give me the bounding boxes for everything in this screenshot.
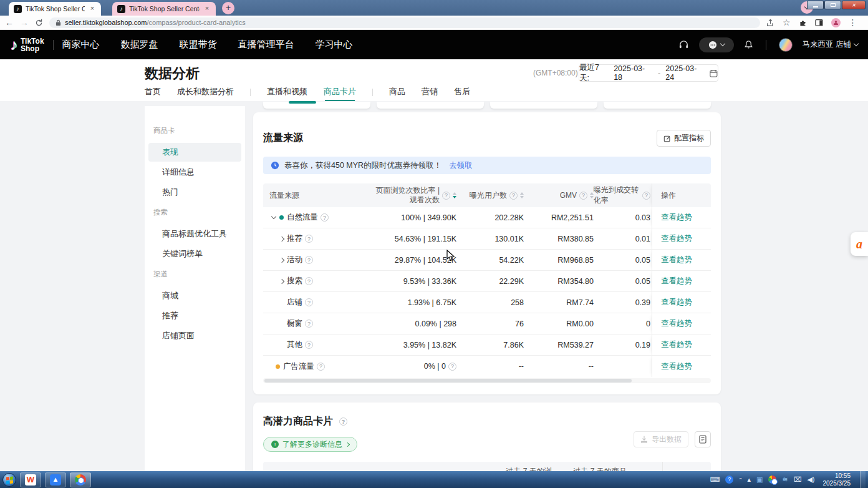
view-trend-link[interactable]: 查看趋势 <box>661 276 692 286</box>
help-icon[interactable] <box>321 213 329 222</box>
chevron-right-icon <box>345 442 350 446</box>
sidebar-item-keyword-ranking[interactable]: 关键词榜单 <box>145 245 245 263</box>
date-range-picker[interactable]: 最近7天: 2025-03-18 - 2025-03-24 <box>579 64 718 82</box>
help-icon[interactable] <box>305 235 313 243</box>
tab-products[interactable]: 商品 <box>389 86 405 101</box>
view-trend-link[interactable]: 查看趋势 <box>661 212 692 223</box>
promo-float-badge[interactable]: a <box>851 232 868 256</box>
reload-button[interactable] <box>35 19 43 27</box>
help-icon[interactable] <box>448 363 456 371</box>
horizontal-scrollbar[interactable] <box>263 378 711 383</box>
table-row-recommend: 推荐 54.63% | 191.15K 130.01K RM380.85 0.0… <box>263 228 711 250</box>
tab-live-video[interactable]: 直播和视频 <box>267 86 307 101</box>
tray-app-icon[interactable]: ▣ <box>756 476 763 484</box>
help-icon[interactable] <box>305 277 313 285</box>
side-panel-icon[interactable] <box>815 19 823 27</box>
tab-home[interactable]: 首页 <box>145 86 161 101</box>
claim-coupon-link[interactable]: 去领取 <box>449 160 473 171</box>
tiktok-shop-logo[interactable]: ♪ TikTokShop <box>10 36 44 54</box>
row-label: 广告流量 <box>283 361 314 372</box>
browser-tab-2[interactable]: TikTok Shop Seller Center | Cr <box>112 2 216 16</box>
tab-product-card[interactable]: 商品卡片 <box>324 86 356 101</box>
sidebar-item-details[interactable]: 详细信息 <box>145 163 245 182</box>
extensions-puzzle-icon[interactable] <box>799 19 807 27</box>
network-icon[interactable]: ⌧ <box>794 476 802 484</box>
help-icon[interactable] <box>305 320 313 328</box>
messages-button[interactable] <box>699 37 734 52</box>
volume-icon[interactable]: ◀) <box>807 476 814 484</box>
bookmark-star-icon[interactable]: ☆ <box>783 18 791 27</box>
expand-icon[interactable] <box>278 235 287 243</box>
view-trend-link[interactable]: 查看趋势 <box>661 297 692 308</box>
sidebar-item-shop-page[interactable]: 店铺页面 <box>145 326 245 345</box>
taskbar-clock[interactable]: 10:55 2025/3/25 <box>823 472 851 487</box>
cell-gmv: RM968.85 <box>524 256 594 265</box>
help-icon[interactable] <box>305 341 313 349</box>
back-button[interactable]: ← <box>5 18 14 27</box>
taskbar-app-monitor[interactable]: ▲ <box>45 472 66 487</box>
maximize-button[interactable] <box>824 1 841 9</box>
shop-avatar[interactable] <box>779 38 793 52</box>
help-icon[interactable] <box>642 192 650 200</box>
configure-metrics-button[interactable]: 配置指标 <box>657 130 711 147</box>
sidebar-item-recommend[interactable]: 推荐 <box>145 306 245 325</box>
tray-chrome-icon[interactable] <box>768 476 776 484</box>
divider <box>372 89 373 96</box>
close-button[interactable] <box>842 1 866 9</box>
nav-live-management[interactable]: 直播管理平台 <box>238 39 294 51</box>
tab-after-sales[interactable]: 售后 <box>454 86 470 101</box>
help-icon[interactable] <box>305 256 313 264</box>
tab-close-icon[interactable] <box>89 5 96 12</box>
expand-icon[interactable] <box>278 256 287 265</box>
bell-icon[interactable] <box>744 40 753 49</box>
view-trend-link[interactable]: 查看趋势 <box>661 318 692 329</box>
scrollbar-thumb[interactable] <box>264 379 632 383</box>
nav-learning-center[interactable]: 学习中心 <box>316 39 353 51</box>
browser-tab-1[interactable]: TikTok Shop Seller Center | Cr <box>9 2 101 16</box>
new-tab-button[interactable] <box>222 2 234 14</box>
taskbar-app-wps[interactable]: W <box>20 472 41 487</box>
view-trend-link[interactable]: 查看趋势 <box>661 255 692 265</box>
taskbar-app-chrome[interactable] <box>70 472 91 487</box>
tray-help-icon[interactable]: ? <box>725 476 733 484</box>
share-icon[interactable] <box>766 19 774 27</box>
view-trend-link[interactable]: 查看趋势 <box>661 361 692 372</box>
collapse-icon[interactable] <box>269 213 278 222</box>
show-desktop-button[interactable] <box>860 471 866 488</box>
tray-window-icon[interactable]: ᵔ <box>739 476 741 484</box>
expand-icon[interactable] <box>278 277 287 286</box>
help-icon[interactable] <box>509 192 518 200</box>
touch-keyboard-icon[interactable]: ⌨ <box>710 476 720 484</box>
start-button[interactable] <box>2 473 16 487</box>
tab-close-icon[interactable] <box>203 5 211 12</box>
sidebar-item-performance[interactable]: 表现 <box>148 143 241 162</box>
report-list-button[interactable] <box>695 431 711 447</box>
help-icon[interactable] <box>339 417 347 426</box>
sidebar-item-title-optimizer[interactable]: 商品标题优化工具 <box>145 225 245 243</box>
diagnosis-info-link[interactable]: 了解更多诊断信息 <box>263 437 357 452</box>
profile-avatar[interactable] <box>831 18 841 27</box>
view-trend-link[interactable]: 查看趋势 <box>661 339 692 350</box>
help-icon[interactable] <box>579 192 587 200</box>
address-bar[interactable]: seller.tiktokglobalshop.com/compass/prod… <box>49 17 760 28</box>
minimize-button[interactable] <box>807 1 824 9</box>
help-icon[interactable] <box>317 363 325 371</box>
sidebar-item-mall[interactable]: 商城 <box>145 286 245 305</box>
nav-data-compass[interactable]: 数据罗盘 <box>121 39 158 51</box>
forward-button[interactable]: → <box>20 18 29 27</box>
nav-affiliate[interactable]: 联盟带货 <box>180 39 217 51</box>
nav-seller-center[interactable]: 商家中心 <box>62 39 100 51</box>
view-trend-link[interactable]: 查看趋势 <box>661 233 692 244</box>
edit-icon <box>663 135 671 142</box>
export-data-button[interactable]: 导出数据 <box>634 431 688 447</box>
browser-menu-icon[interactable]: ⋮ <box>849 18 857 27</box>
help-icon[interactable] <box>305 298 313 306</box>
tab-marketing[interactable]: 营销 <box>422 86 438 101</box>
help-icon[interactable] <box>442 192 450 200</box>
tray-expand-icon[interactable]: ▴ <box>748 476 751 484</box>
sidebar-item-trending[interactable]: 热门 <box>145 183 245 202</box>
tray-sync-icon[interactable]: ≋ <box>782 476 788 484</box>
tab-growth-analytics[interactable]: 成长和数据分析 <box>177 86 234 101</box>
headset-icon[interactable] <box>678 39 689 50</box>
shop-switcher[interactable]: 马来西亚 店铺 <box>803 39 858 50</box>
